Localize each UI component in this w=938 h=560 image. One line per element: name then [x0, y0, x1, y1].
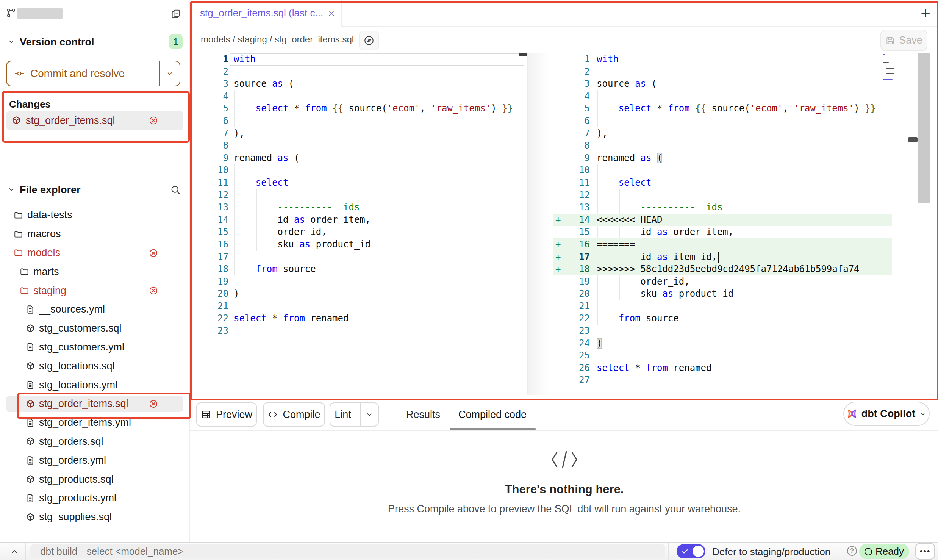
- file-item-stg_orders.sql[interactable]: stg_orders.sql: [0, 432, 189, 451]
- commit-and-resolve-main[interactable]: Commit and resolve: [7, 61, 159, 86]
- code-line[interactable]: 19: [190, 275, 527, 288]
- new-tab-plus-icon[interactable]: +: [917, 5, 934, 22]
- code-line[interactable]: 2: [190, 66, 527, 78]
- lint-button[interactable]: Lint: [330, 402, 379, 427]
- code-line[interactable]: 5 select * from {{ source('ecom', 'raw_i…: [553, 102, 917, 115]
- code-line[interactable]: 22select * from renamed: [190, 312, 527, 325]
- file-item-stg_products.sql[interactable]: stg_products.sql: [0, 470, 189, 489]
- file-item-stg_supplies.sql[interactable]: stg_supplies.sql: [0, 508, 189, 527]
- lint-dropdown-caret[interactable]: [360, 403, 378, 426]
- file-item-stg_locations.sql[interactable]: stg_locations.sql: [0, 357, 189, 375]
- lint-button-label[interactable]: Lint: [330, 409, 355, 421]
- search-icon[interactable]: [170, 184, 181, 196]
- file-item-stg_orders.yml[interactable]: stg_orders.yml: [0, 451, 189, 470]
- code-line[interactable]: 16 sku as product_id: [190, 238, 527, 251]
- defer-toggle[interactable]: [677, 544, 705, 558]
- file-explorer-chevron-icon[interactable]: [8, 186, 15, 193]
- file-item-stg_locations.yml[interactable]: stg_locations.yml: [0, 375, 189, 394]
- conflict-x-icon[interactable]: [149, 399, 158, 409]
- code-line[interactable]: +17 id as item_id,: [553, 251, 917, 263]
- code-line[interactable]: 4: [553, 90, 917, 103]
- conflict-x-icon[interactable]: [149, 286, 158, 296]
- editor-pane-left[interactable]: 1with23source as (45 select * from {{ so…: [190, 53, 527, 395]
- code-line[interactable]: 8: [190, 139, 527, 152]
- left-pane-scroll-thumb[interactable]: [519, 53, 528, 56]
- copy-files-icon[interactable]: [170, 8, 181, 19]
- file-item-data-tests[interactable]: data-tests: [0, 206, 189, 225]
- file-item-stg_customers.yml[interactable]: stg_customers.yml: [0, 338, 189, 357]
- code-line[interactable]: 21: [190, 300, 527, 313]
- code-line[interactable]: 20): [190, 288, 527, 300]
- code-line[interactable]: 10: [553, 164, 917, 177]
- code-line[interactable]: 8: [553, 139, 917, 152]
- editor-tab[interactable]: stg_order_items.sql (last c...: [190, 0, 342, 27]
- command-input[interactable]: dbt build --select <model_name>: [30, 544, 665, 558]
- compile-button[interactable]: Compile: [263, 402, 325, 427]
- code-line[interactable]: 3source as (: [190, 78, 527, 90]
- preview-button[interactable]: Preview: [196, 402, 257, 427]
- code-line[interactable]: +14<<<<<<< HEAD: [553, 214, 917, 226]
- code-line[interactable]: +16=======: [553, 238, 917, 251]
- code-line[interactable]: 15 order_id,: [190, 226, 527, 238]
- conflict-x-icon[interactable]: [149, 116, 158, 125]
- code-line[interactable]: 6: [190, 115, 527, 127]
- file-item-__sources.yml[interactable]: __sources.yml: [0, 300, 189, 319]
- chevron-up-icon[interactable]: [7, 546, 22, 558]
- code-line[interactable]: 26select * from renamed: [553, 362, 917, 374]
- tab-results[interactable]: Results: [402, 402, 445, 427]
- code-line[interactable]: 3source as (: [553, 78, 917, 90]
- right-pane-scroll-thumb[interactable]: [908, 137, 918, 142]
- code-line[interactable]: 14 id as order_item,: [190, 214, 527, 226]
- code-line[interactable]: 2: [553, 66, 917, 78]
- version-control-chevron-icon[interactable]: [8, 38, 15, 45]
- code-line[interactable]: 1with: [190, 53, 527, 66]
- code-line[interactable]: 13 ---------- ids: [553, 201, 917, 214]
- code-line[interactable]: 20 sku as product_id: [553, 288, 917, 300]
- file-item-stg_customers.sql[interactable]: stg_customers.sql: [0, 319, 189, 338]
- editor-pane-right[interactable]: 1with23source as (45 select * from {{ so…: [553, 53, 917, 395]
- file-item-stg_order_items.sql[interactable]: stg_order_items.sql: [0, 394, 189, 413]
- file-item-marts[interactable]: marts: [0, 262, 189, 281]
- file-item-stg_order_items.yml[interactable]: stg_order_items.yml: [0, 413, 189, 432]
- file-explorer-title[interactable]: File explorer: [20, 184, 81, 196]
- code-line[interactable]: 5 select * from {{ source('ecom', 'raw_i…: [190, 102, 527, 115]
- code-line[interactable]: 4: [190, 90, 527, 103]
- code-line[interactable]: 18 from source: [190, 263, 527, 275]
- file-item-stg_products.yml[interactable]: stg_products.yml: [0, 489, 189, 508]
- code-line[interactable]: +18>>>>>>> 58c1dd23d5eebd9cd2495fa7124ab…: [553, 263, 917, 275]
- conflict-x-icon[interactable]: [149, 248, 158, 258]
- tab-compiled-code[interactable]: Compiled code: [454, 402, 531, 427]
- code-line[interactable]: 11 select: [553, 177, 917, 189]
- code-line[interactable]: 10: [190, 164, 527, 177]
- code-line[interactable]: 7),: [553, 127, 917, 140]
- file-item-models[interactable]: models: [0, 244, 189, 263]
- code-line[interactable]: 9renamed as (: [553, 152, 917, 164]
- code-line[interactable]: 27: [553, 374, 917, 386]
- code-line[interactable]: 17: [190, 251, 527, 263]
- lineage-compass-icon[interactable]: [359, 31, 379, 50]
- git-branch-icon[interactable]: [6, 8, 17, 18]
- file-item-macros[interactable]: macros: [0, 225, 189, 244]
- commit-and-resolve-button[interactable]: Commit and resolve: [6, 61, 180, 86]
- code-line[interactable]: 24): [553, 337, 917, 350]
- code-line[interactable]: 12: [553, 189, 917, 202]
- version-control-title[interactable]: Version control: [20, 36, 94, 48]
- code-line[interactable]: 1with: [553, 53, 917, 66]
- code-line[interactable]: 15 id as order_item,: [553, 226, 917, 238]
- code-line[interactable]: 23: [190, 325, 527, 337]
- code-line[interactable]: 12: [190, 189, 527, 202]
- commit-dropdown-caret[interactable]: [159, 61, 180, 86]
- file-item-staging[interactable]: staging: [0, 281, 189, 300]
- code-line[interactable]: 6: [553, 115, 917, 127]
- code-line[interactable]: 11 select: [190, 177, 527, 189]
- code-line[interactable]: 21: [553, 300, 917, 313]
- code-line[interactable]: 13 ---------- ids: [190, 201, 527, 214]
- more-options-button[interactable]: •••: [915, 543, 935, 560]
- save-button[interactable]: Save: [880, 30, 927, 51]
- help-icon[interactable]: ?: [847, 546, 857, 556]
- code-line[interactable]: 7),: [190, 127, 527, 140]
- changed-file-item[interactable]: stg_order_items.sql: [6, 111, 183, 130]
- code-line[interactable]: 23: [553, 325, 917, 337]
- breadcrumb[interactable]: models / staging / stg_order_items.sql: [201, 34, 354, 45]
- code-line[interactable]: 22 from source: [553, 312, 917, 325]
